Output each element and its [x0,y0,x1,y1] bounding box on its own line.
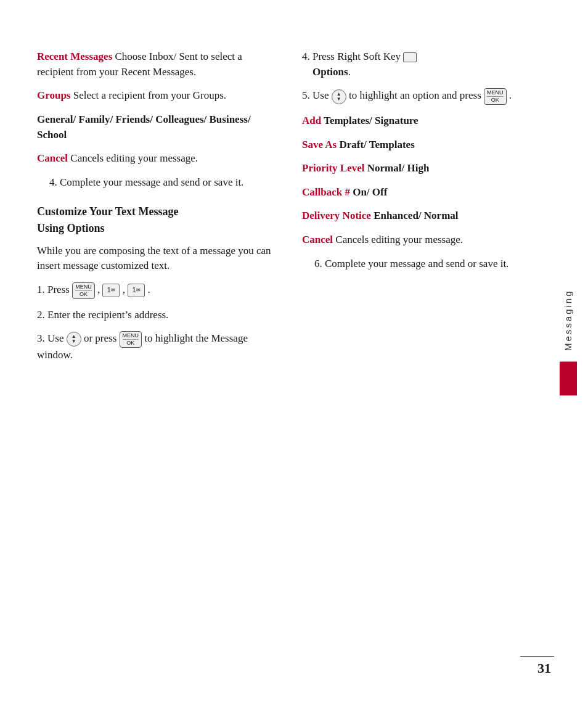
step4-period: . [348,66,351,78]
two-column-layout: Recent Messages Choose Inbox/ Sent to se… [37,49,551,371]
cancel2-label: Cancel [302,234,333,245]
add-label: Add [302,115,321,126]
soft-key-icon [403,52,417,62]
step5-mid: to highlight an option and press [349,89,484,101]
menu-ok-key-2: MENU OK [120,331,142,348]
recent-messages-para: Recent Messages Choose Inbox/ Sent to se… [37,49,277,80]
page-number: 31 [537,659,551,678]
save-as-para: Save As Draft/ Templates [302,138,551,153]
groups-label: Groups [37,89,71,101]
save-as-label: Save As [302,139,337,150]
sidebar-bar [560,362,577,396]
page-container: Recent Messages Choose Inbox/ Sent to se… [0,0,588,706]
nav-updown-icon-1: ▲ ▼ [67,332,81,347]
left-column: Recent Messages Choose Inbox/ Sent to se… [37,49,277,371]
callback-text: On/ Off [350,186,387,198]
nav-updown-icon-2: ▲ ▼ [332,89,346,104]
step2-line: 2. Enter the recipient’s address. [37,308,277,323]
step4-right-para: 4. Press Right Soft Key Options. [302,49,551,80]
groups-para: Groups Select a recipient from your Grou… [37,88,277,104]
step1-period: . [147,284,150,295]
key-1b: 1✉ [128,284,145,297]
heading-line1: Customize Your Text Message [37,203,277,220]
step3-mid: or press [84,332,120,344]
groups-text: Select a recipient from your Groups. [71,89,227,101]
cancel1-label: Cancel [37,152,68,164]
right-column: 4. Press Right Soft Key Options. 5. Use … [302,49,551,371]
cancel1-text: Cancels editing your message. [68,152,198,164]
menu-ok-key-3: MENU OK [484,88,507,105]
step5-prefix: 5. Use [302,89,332,101]
delivery-label: Delivery Notice [302,210,371,221]
cancel2-text: Cancels editing your message. [333,234,463,245]
step4-options: Options [312,66,348,78]
callback-label: Callback # [302,186,350,198]
recent-messages-label: Recent Messages [37,51,112,62]
general-family-para: General/ Family/ Friends/ Colleagues/ Bu… [37,112,277,142]
add-para: Add Templates/ Signature [302,113,551,129]
step1-comma1: , [97,284,103,295]
step1-prefix: 1. Press [37,284,72,295]
page-divider [520,656,554,657]
delivery-para: Delivery Notice Enhanced/ Normal [302,208,551,224]
callback-para: Callback # On/ Off [302,185,551,200]
key-1a: 1✉ [102,284,120,297]
add-text: Templates/ Signature [321,115,418,126]
priority-label: Priority Level [302,162,365,174]
step4-left: 4. Complete your message and send or sav… [37,175,277,191]
step3-line: 3. Use ▲ ▼ or press MENU OK to highlight… [37,331,277,363]
cancel2-para: Cancel Cancels editing your message. [302,232,551,248]
sidebar-label: Messaging [561,289,575,351]
priority-para: Priority Level Normal/ High [302,161,551,176]
menu-ok-key-1: MENU OK [72,282,95,299]
step1-line: 1. Press MENU OK , 1✉ , 1✉ . [37,282,277,299]
cancel1-para: Cancel Cancels editing your message. [37,151,277,166]
heading-line2: Using Options [37,220,277,236]
step4-right-prefix: 4. Press Right Soft Key [302,51,403,62]
general-family-text: General/ Family/ Friends/ Colleagues/ Bu… [37,113,251,141]
priority-text: Normal/ High [365,162,430,174]
customize-heading: Customize Your Text Message Using Option… [37,203,277,236]
step1-comma2: , [123,284,128,295]
step5-right-para: 5. Use ▲ ▼ to highlight an option and pr… [302,88,551,105]
step5-suffix: . [509,89,512,101]
step3-prefix: 3. Use [37,332,67,344]
delivery-text: Enhanced/ Normal [371,210,459,221]
save-as-text: Draft/ Templates [337,139,415,150]
body-text: While you are composing the text of a me… [37,244,277,274]
step6-right: 6. Complete your message and send or sav… [302,257,551,272]
sidebar: Messaging [560,289,577,396]
